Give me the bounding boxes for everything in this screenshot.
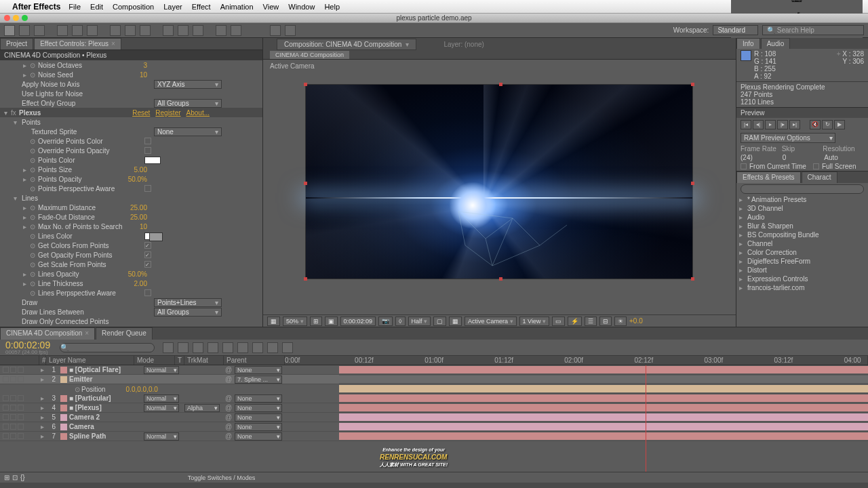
menu-edit[interactable]: Edit [90,3,103,11]
roi-icon[interactable]: ▢ [433,317,446,326]
effect-property[interactable]: ▾Lines [0,193,262,203]
menu-effect[interactable]: Effect [192,3,211,11]
loop-button[interactable]: ↻ [822,120,833,129]
effect-property[interactable]: ⊙Lines Color [0,231,262,241]
audio-tab[interactable]: Audio [761,38,791,49]
transform-position[interactable]: ⊙Position0.0,0.0,0.0 [0,384,339,394]
render-queue-tab[interactable]: Render Queue [96,327,153,340]
menu-file[interactable]: File [68,3,81,11]
project-tab[interactable]: Project [0,38,33,49]
effect-property[interactable]: ▸⊙Points Size5.00 [0,165,262,174]
layer-track[interactable] [339,394,868,403]
layer-track[interactable] [339,413,868,422]
transparency-icon[interactable]: ▦ [449,317,462,326]
effect-property[interactable]: ▸⊙Max No. of Points to Search10 [0,222,262,231]
footer-icon[interactable]: ⊡ [12,474,18,481]
tl-icon[interactable] [282,342,293,353]
effect-property[interactable]: ▸⊙Lines Opacity50.0% [0,269,262,279]
camera-tool[interactable] [72,25,83,36]
rotate-tool[interactable] [57,25,68,36]
effect-property[interactable]: ⊙Get Scale From Points [0,260,262,269]
close-window[interactable] [4,15,10,21]
last-frame-button[interactable]: ▸| [789,120,800,129]
effect-property[interactable]: Apply Noise to AxisXYZ Axis [0,79,262,89]
snap-icon[interactable] [270,25,281,36]
effect-property[interactable]: ⊙Get Colors From Points [0,241,262,250]
preset-folder[interactable]: Channel [736,239,868,248]
pen-tool[interactable] [125,25,136,36]
toggle-alpha[interactable]: ▦ [267,317,280,326]
hand-tool[interactable] [19,25,30,36]
zoom-tool[interactable] [34,25,45,36]
effect-property[interactable]: ▸⊙Fade-Out Distance25.00 [0,212,262,222]
preset-folder[interactable]: Audio [736,213,868,222]
tl-icon[interactable] [178,342,189,353]
menu-composition[interactable]: Composition [113,3,154,11]
res-dropdown[interactable]: Auto [824,154,864,161]
tl-icon[interactable] [237,342,248,353]
composition-tab[interactable]: Composition: CINEMA 4D Composition [277,39,416,50]
fullscreen-checkbox[interactable] [813,163,819,169]
footer-icon[interactable]: ⊞ [4,474,9,481]
skip-dropdown[interactable]: 0 [783,154,823,161]
layer-row[interactable]: ▸7Spline PathNormal@None [0,432,339,441]
effect-property[interactable]: ⊙Override Points Opacity [0,146,262,155]
preset-folder[interactable]: Color Correction [736,248,868,257]
effect-property[interactable]: ▸⊙Noise Octaves3 [0,60,262,70]
preview-header[interactable]: Preview [736,107,868,118]
tl-icon[interactable] [208,342,218,353]
puppet-tool[interactable] [231,25,241,36]
layer-tab[interactable]: Layer: (none) [437,39,490,49]
layer-track[interactable] [339,422,868,432]
tl-icon[interactable] [163,342,174,353]
app-name[interactable]: After Effects [12,2,60,12]
layer-track[interactable] [339,384,868,394]
snapshot-icon[interactable]: 📷 [378,317,393,326]
preset-folder[interactable]: BS Compositing Bundle [736,230,868,239]
effect-property[interactable]: Draw Lines BetweenAll Groups [0,307,262,317]
layer-list[interactable]: ▸1■ [Optical Flare]Normal@None▸2Emitter@… [0,365,339,472]
effect-header[interactable]: ▾fxPlexusResetRegisterAbout... [0,108,262,117]
layer-track[interactable] [339,432,868,441]
menu-animation[interactable]: Animation [220,3,254,11]
effect-property[interactable]: ▾Points [0,117,262,127]
info-tab[interactable]: Info [736,38,760,49]
first-frame-button[interactable]: |◂ [741,120,751,129]
effects-search-input[interactable] [741,184,864,194]
effect-property[interactable]: Effect Only GroupAll Groups [0,98,262,108]
channel-icon[interactable]: ◊ [395,317,405,326]
from-current-checkbox[interactable] [741,163,747,169]
pixel-aspect-icon[interactable]: ▭ [552,317,565,326]
next-frame-button[interactable]: |▸ [777,120,788,129]
effect-property[interactable]: ▸⊙Points Opacity50.0% [0,174,262,184]
current-time[interactable]: 0:00:02:09 [340,317,376,326]
preset-folder[interactable]: Digieffects FreeForm [736,257,868,266]
exposure-value[interactable]: +0.0 [629,317,643,325]
tl-icon[interactable] [222,342,233,353]
roto-tool[interactable] [216,25,226,36]
menu-view[interactable]: View [263,3,279,11]
timeline-icon[interactable]: ☰ [585,317,597,326]
text-tool[interactable] [140,25,151,36]
layer-row[interactable]: ▸4■ [Plexus]NormalAlpha@None [0,403,339,413]
flowchart-icon[interactable]: ⊟ [599,317,612,326]
rect-tool[interactable] [110,25,121,36]
menu-help[interactable]: Help [324,3,340,11]
effect-property[interactable]: ⊙Override Points Color [0,136,262,146]
effect-property[interactable]: ▸⊙Noise Seed10 [0,70,262,79]
layer-row[interactable]: ▸1■ [Optical Flare]Normal@None [0,365,339,375]
grid-icon[interactable] [285,25,296,36]
comp-subtab[interactable]: CINEMA 4D Composition [270,51,349,59]
timeline-comp-tab[interactable]: CINEMA 4D Composition [0,327,95,340]
composition-viewer[interactable]: Active Camera [263,60,736,314]
preset-folder[interactable]: 3D Channel [736,204,868,213]
search-help-input[interactable]: 🔍 Search Help [762,25,864,35]
layer-row[interactable]: ▸5Camera 2@None [0,413,339,422]
magnification-dropdown[interactable]: 50% [283,317,307,326]
effect-property[interactable]: ▸⊙Maximum Distance25.00 [0,203,262,212]
effect-property[interactable]: ▸⊙Line Thickness2.00 [0,279,262,288]
effects-presets-list[interactable]: * Animation Presets3D ChannelAudioBlur &… [736,195,868,327]
layer-row[interactable]: ▸3■ [Particular]Normal@None [0,394,339,403]
resolution-dropdown[interactable]: Half [408,317,431,326]
playhead[interactable] [646,365,646,472]
